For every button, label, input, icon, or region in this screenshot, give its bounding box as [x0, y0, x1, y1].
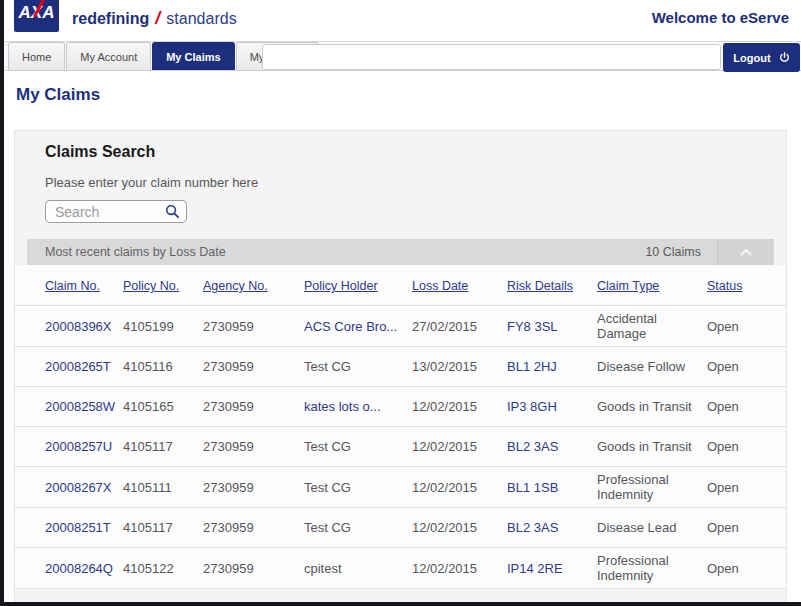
claim-number-link[interactable]: 20008251T — [45, 520, 123, 535]
power-icon — [779, 52, 790, 63]
agency-number: 2730959 — [203, 319, 304, 334]
claims-count-badge: 10 Claims — [645, 245, 717, 259]
table-row: 20008267X 4105111 2730959 Test CG 12/02/… — [15, 467, 786, 508]
risk-details: IP3 8GH — [507, 399, 597, 414]
claim-number-link[interactable]: 20008267X — [45, 480, 123, 495]
policy-holder[interactable]: ACS Core Bro... — [304, 319, 412, 334]
policy-number: 4105117 — [123, 439, 203, 454]
policy-holder: Test CG — [304, 520, 412, 535]
claim-number-link[interactable]: 20008396X — [45, 319, 123, 334]
claim-type: Professional Indemnity — [597, 553, 707, 583]
claim-number-link[interactable]: 20008257U — [45, 439, 123, 454]
claims-table: Claim No. Policy No. Agency No. Policy H… — [15, 265, 786, 589]
loss-date: 12/02/2015 — [412, 439, 507, 454]
claim-status: Open — [707, 520, 762, 535]
axa-logo[interactable]: AXA — [14, 0, 59, 32]
tab-my-claims[interactable]: My Claims — [152, 42, 234, 70]
search-instruction: Please enter your claim number here — [45, 175, 786, 190]
table-row: 20008396X 4105199 2730959 ACS Core Bro..… — [15, 306, 786, 347]
claim-type: Disease Lead — [597, 520, 707, 535]
tagline-slash-icon: / — [155, 8, 160, 29]
agency-number: 2730959 — [203, 439, 304, 454]
claims-table-header: Claim No. Policy No. Agency No. Policy H… — [15, 265, 786, 306]
policy-holder: cpitest — [304, 561, 412, 576]
claim-number-link[interactable]: 20008264Q — [45, 561, 123, 576]
welcome-message: Welcome to eServe — [652, 9, 789, 26]
col-header-claim-no[interactable]: Claim No. — [45, 279, 123, 293]
col-header-claim-type[interactable]: Claim Type — [597, 279, 707, 293]
claim-number-link[interactable]: 20008258W — [45, 399, 123, 414]
claim-status: Open — [707, 439, 762, 454]
loss-date: 12/02/2015 — [412, 520, 507, 535]
chevron-up-icon — [740, 248, 752, 256]
risk-details: BL2 3AS — [507, 439, 597, 454]
policy-number: 4105116 — [123, 359, 203, 374]
policy-holder: Test CG — [304, 480, 412, 495]
policy-number: 4105165 — [123, 399, 203, 414]
risk-details: IP14 2RE — [507, 561, 597, 576]
claim-number-link[interactable]: 20008265T — [45, 359, 123, 374]
collapse-button[interactable] — [718, 239, 774, 265]
nav-spacer — [262, 44, 721, 70]
risk-details: BL2 3AS — [507, 520, 597, 535]
table-row: 20008251T 4105117 2730959 Test CG 12/02/… — [15, 508, 786, 548]
screen-edge-bottom — [0, 602, 801, 606]
policy-number: 4105122 — [123, 561, 203, 576]
col-header-policy-no[interactable]: Policy No. — [123, 279, 203, 293]
agency-number: 2730959 — [203, 480, 304, 495]
policy-holder: Test CG — [304, 439, 412, 454]
loss-date: 13/02/2015 — [412, 359, 507, 374]
col-header-status[interactable]: Status — [707, 279, 762, 293]
policy-number: 4105111 — [123, 480, 203, 495]
col-header-loss-date[interactable]: Loss Date — [412, 279, 507, 293]
claims-search-section: Claims Search Please enter your claim nu… — [15, 131, 786, 237]
tab-my-account[interactable]: My Account — [66, 42, 151, 70]
tagline-standards: standards — [166, 10, 236, 28]
loss-date: 12/02/2015 — [412, 561, 507, 576]
risk-details: BL1 1SB — [507, 480, 597, 495]
claim-type: Professional Indemnity — [597, 472, 707, 502]
results-bar: Most recent claims by Loss Date 10 Claim… — [27, 239, 774, 265]
policy-number: 4105199 — [123, 319, 203, 334]
claim-type: Goods in Transit — [597, 439, 707, 454]
claims-table-body: 20008396X 4105199 2730959 ACS Core Bro..… — [15, 306, 786, 589]
col-header-risk-details[interactable]: Risk Details — [507, 279, 597, 293]
search-field-wrap — [45, 200, 187, 223]
policy-number: 4105117 — [123, 520, 203, 535]
tab-home[interactable]: Home — [8, 42, 65, 70]
table-row: 20008257U 4105117 2730959 Test CG 12/02/… — [15, 427, 786, 467]
risk-details: FY8 3SL — [507, 319, 597, 334]
claim-status: Open — [707, 561, 762, 576]
agency-number: 2730959 — [203, 359, 304, 374]
col-header-policy-holder[interactable]: Policy Holder — [304, 279, 412, 293]
claim-status: Open — [707, 319, 762, 334]
col-header-agency-no[interactable]: Agency No. — [203, 279, 304, 293]
claim-type: Goods in Transit — [597, 399, 707, 414]
policy-holder: Test CG — [304, 359, 412, 374]
risk-details: BL1 2HJ — [507, 359, 597, 374]
brand-tagline: redefining / standards — [72, 8, 237, 29]
claim-type: Accidental Damage — [597, 311, 707, 341]
table-row: 20008264Q 4105122 2730959 cpitest 12/02/… — [15, 548, 786, 589]
logout-button[interactable]: Logout — [723, 43, 800, 72]
claim-status: Open — [707, 480, 762, 495]
loss-date: 27/02/2015 — [412, 319, 507, 334]
main-navigation: Home My Account My Claims My Brokers Log… — [4, 41, 801, 71]
tagline-redefining: redefining — [72, 10, 149, 28]
claim-status: Open — [707, 359, 762, 374]
claim-type: Disease Follow — [597, 359, 707, 374]
claim-status: Open — [707, 399, 762, 414]
loss-date: 12/02/2015 — [412, 399, 507, 414]
screen-edge-left — [0, 0, 4, 606]
search-icon[interactable] — [165, 204, 180, 219]
claims-card: Claims Search Please enter your claim nu… — [14, 130, 787, 602]
agency-number: 2730959 — [203, 520, 304, 535]
table-row: 20008258W 4105165 2730959 kates lots o..… — [15, 387, 786, 427]
claims-search-heading: Claims Search — [45, 143, 786, 161]
page-title: My Claims — [16, 85, 801, 105]
policy-holder[interactable]: kates lots o... — [304, 399, 412, 414]
table-row: 20008265T 4105116 2730959 Test CG 13/02/… — [15, 347, 786, 387]
logout-label: Logout — [733, 52, 770, 64]
eserve-portal: AXA redefining / standards Welcome to eS… — [4, 0, 801, 602]
agency-number: 2730959 — [203, 399, 304, 414]
